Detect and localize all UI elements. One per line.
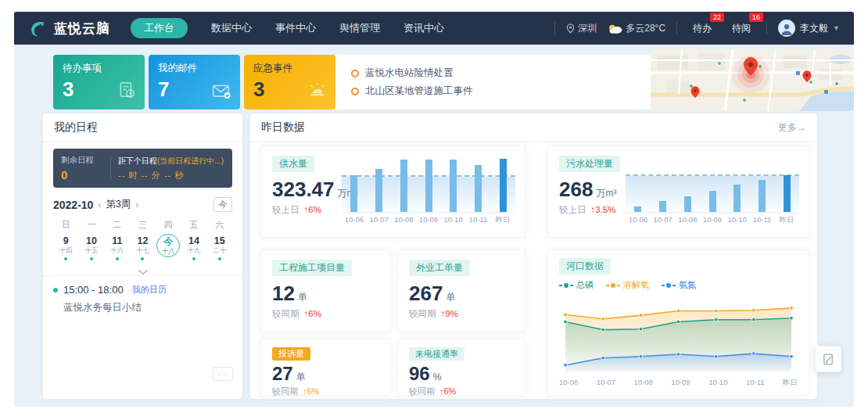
kpi-tag: 外业工单量 [409,260,470,276]
nav-item-data-center[interactable]: 数据中心 [211,21,252,35]
bar-10-11 [759,180,766,212]
calendar-day[interactable]: 12十七 [130,234,156,262]
stat-card-todo-items[interactable]: 待办事项 3 [53,55,145,109]
kpi-tag: 来电接通率 [409,347,464,361]
remaining-schedule: 剩余日程 0 [61,155,103,181]
calendar-day[interactable]: 15二十 [206,234,232,262]
delta-value: ↑3.5% [591,205,616,214]
estuary-data-card: 河口数据 总磷溶解氧氨氮10-0610-0710-0810-0910-1010-… [547,249,809,396]
divider [676,22,677,34]
weekday: 六 [206,219,232,231]
weekday: 三 [130,219,156,231]
weather-label: 多云28°C [626,22,665,35]
emergency-event-row[interactable]: 蓝悦水电站险情处置 [351,66,635,80]
toread-label: 待阅 [732,23,751,34]
nav-item-news-center[interactable]: 资讯中心 [404,21,444,35]
schedule-event[interactable]: 15:00 - 18:00 我的日历 蓝悦水务每日小结 [53,284,232,314]
call-answer-rate-card: 来电接通率 96% 较同期↑6% [397,339,525,396]
quick-note-button[interactable] [815,346,841,372]
stat-card-emergency[interactable]: 应急事件 3 [244,55,335,109]
bar-10-10 [450,160,457,212]
schedule-dot [116,257,119,260]
stat-card-title: 待办事项 [63,62,135,75]
stat-card-title: 应急事件 [253,62,326,75]
calendar-day[interactable]: 9十四 [53,234,79,262]
legend-item-溶解氧[interactable]: 溶解氧 [606,279,649,291]
todo-menu[interactable]: 22 待办 [688,22,716,35]
top-bar-right: 深圳 多云28°C 22 待办 16 待阅 [554,20,840,37]
field-orders-card: 外业工单量 267单 较同期↑9% [397,249,525,332]
bar-10-07 [375,169,382,213]
nav-item-opinion[interactable]: 舆情管理 [339,21,380,35]
kpi-tag: 供水量 [272,156,314,172]
divider [554,22,555,34]
content-area: 待办事项 3 我的邮件 7 [14,45,854,407]
next-schedule: 距下个日程(当前日程进行中...) -- 时 -- 分 -- 秒 [118,156,224,181]
chevron-down-icon: ▼ [833,24,840,32]
cloud-sun-icon [608,23,622,34]
divider [43,275,242,276]
mini-map[interactable] [651,49,854,111]
divider [766,22,767,34]
main-nav: 工作台 数据中心 事件中心 舆情管理 资讯中心 [131,18,554,38]
bar-昨日 [500,159,507,212]
sewage-treatment-card: 污水处理量 268万m³ 较上日↑3.5% 10-0610-0710-0810-… [547,145,809,238]
next-week-arrow[interactable]: › [135,199,139,210]
schedule-dot [90,257,93,260]
schedule-dot [141,257,144,260]
calendar-day[interactable]: 10十五 [79,234,105,262]
delta-value: ↑6% [304,205,321,214]
countdown-card: 剩余日程 0 距下个日程(当前日程进行中...) -- 时 -- 分 -- 秒 [53,149,232,188]
legend-item-氨氮[interactable]: 氨氮 [662,279,696,291]
prev-week-arrow[interactable]: ‹ [97,199,102,210]
yesterday-data-panel: 昨日数据 更多→ 供水量 323.47万m³ 较上日↑6% 10-0610-07… [250,113,817,399]
kpi-value: 268 [559,178,593,201]
weekday: 日 [53,219,79,231]
countdown-timer: -- 时 -- 分 -- 秒 [118,170,224,181]
city-label: 深圳 [578,22,597,35]
stat-card-title: 我的邮件 [158,62,231,75]
toread-menu[interactable]: 16 待阅 [727,22,755,35]
calendar-expand-chevron[interactable] [53,264,232,270]
nav-item-workbench[interactable]: 工作台 [131,18,188,38]
emergency-event-list: 蓝悦水电站险情处置 北山区某地管道施工事件 [335,55,651,109]
bar-10-09 [425,160,432,212]
stat-card-mail[interactable]: 我的邮件 7 [149,55,240,109]
delta-label: 较同期 [272,309,299,318]
calendar-day[interactable]: 11十六 [104,234,130,262]
delta-label: 较同期 [409,386,435,396]
bar-昨日 [784,175,791,212]
next-note: (当前日程进行中...) [157,156,224,165]
weekday: 五 [181,219,207,231]
delta-value: ↑9% [441,309,458,318]
emergency-event-row[interactable]: 北山区某地管道施工事件 [351,84,635,98]
bar-10-09 [709,191,716,212]
sewage-bar-chart: 10-0610-0710-0810-0910-1010-11昨日 [626,154,799,226]
remaining-value: 0 [61,168,103,181]
calendar-name-link[interactable]: 我的日历 [132,284,167,296]
calendar-day[interactable]: 14十九 [181,234,207,262]
schedule-dot [192,257,195,260]
delta-value: ↑6% [304,309,321,318]
legend-item-总磷[interactable]: 总磷 [559,279,594,291]
calendar-week: 第3周 [106,198,131,211]
next-label: 距下个日程 [118,156,157,165]
more-link[interactable]: 更多→ [778,121,806,135]
delta-label: 较同期 [272,386,298,396]
bar-10-06 [350,175,357,212]
alarm-siren-icon [307,80,328,103]
panel-title: 昨日数据 [261,120,305,135]
bar-10-07 [659,201,666,212]
app-title: 蓝悦云脑 [54,20,110,38]
weekday: 二 [104,219,130,231]
today-button[interactable]: 今 [213,197,232,212]
nav-item-event-center[interactable]: 事件中心 [275,21,316,35]
todo-badge: 22 [710,13,724,22]
user-menu[interactable]: 李文毅 ▼ [778,20,840,37]
schedule-more-button[interactable]: ··· [213,367,233,381]
task-clipboard-icon [117,80,137,103]
kpi-value: 96 [409,363,430,384]
calendar-day-today[interactable]: 今十八 [156,234,181,262]
kpi-tag: 污水处理量 [559,156,620,172]
logo-icon [28,19,48,38]
